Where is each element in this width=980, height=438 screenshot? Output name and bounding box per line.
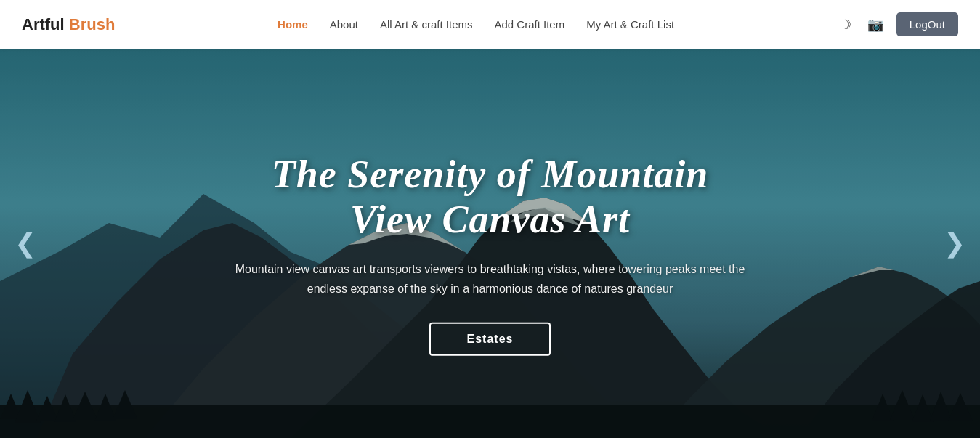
brand-logo[interactable]: Artful Brush bbox=[22, 15, 115, 34]
nav-link-my-list[interactable]: My Art & Craft List bbox=[586, 18, 674, 31]
nav-links: Home About All Art & craft Items Add Cra… bbox=[278, 18, 674, 31]
slider-prev-button[interactable]: ❮ bbox=[7, 223, 44, 264]
hero-subtitle: Mountain view canvas art transports view… bbox=[229, 259, 752, 299]
navbar-right: ☽ 📷 LogOut bbox=[837, 12, 958, 36]
nav-item-add-craft[interactable]: Add Craft Item bbox=[494, 18, 564, 31]
slider-next-button[interactable]: ❯ bbox=[936, 223, 973, 264]
brand-brush: Brush bbox=[69, 15, 116, 34]
hero-title: The Serenity of Mountain View Canvas Art bbox=[229, 152, 752, 242]
camera-button[interactable]: 📷 bbox=[864, 14, 886, 36]
nav-item-all-art[interactable]: All Art & craft Items bbox=[380, 18, 473, 31]
nav-item-home[interactable]: Home bbox=[278, 18, 308, 31]
brand-artful: Artful bbox=[22, 15, 65, 34]
navbar: Artful Brush Home About All Art & craft … bbox=[0, 0, 980, 49]
nav-link-about[interactable]: About bbox=[330, 18, 358, 31]
dark-mode-toggle[interactable]: ☽ bbox=[837, 14, 854, 36]
moon-icon: ☽ bbox=[840, 17, 851, 33]
camera-icon: 📷 bbox=[867, 17, 883, 33]
nav-link-all-art[interactable]: All Art & craft Items bbox=[380, 18, 473, 31]
hero-section: The Serenity of Mountain View Canvas Art… bbox=[0, 49, 980, 438]
logout-button[interactable]: LogOut bbox=[896, 12, 958, 36]
nav-item-my-list[interactable]: My Art & Craft List bbox=[586, 18, 674, 31]
hero-content: The Serenity of Mountain View Canvas Art… bbox=[229, 152, 752, 356]
nav-link-home[interactable]: Home bbox=[278, 18, 308, 31]
arrow-right-icon: ❯ bbox=[944, 228, 965, 258]
hero-cta-button[interactable]: Estates bbox=[429, 322, 551, 355]
nav-item-about[interactable]: About bbox=[330, 18, 358, 31]
arrow-left-icon: ❮ bbox=[15, 228, 36, 258]
nav-link-add-craft[interactable]: Add Craft Item bbox=[494, 18, 564, 31]
